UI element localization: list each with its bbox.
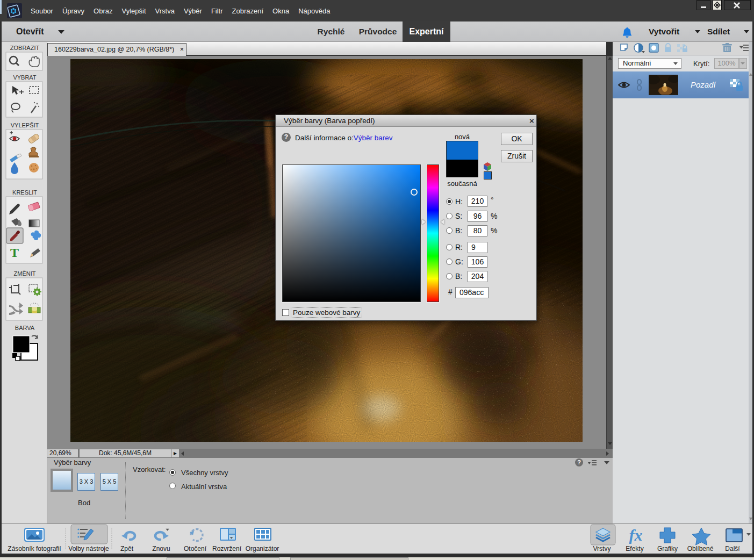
svg-text:VYBRAT: VYBRAT (13, 74, 36, 81)
svg-text:ZMĚNIT: ZMĚNIT (14, 270, 36, 277)
svg-text:ZOBRAZIT: ZOBRAZIT (10, 45, 40, 51)
svg-text:KRESLIT: KRESLIT (12, 189, 37, 196)
svg-text:fx: fx (629, 526, 643, 544)
svg-text:T: T (10, 246, 19, 260)
svg-text:VYLEPŠIT: VYLEPŠIT (11, 122, 39, 128)
svg-text:BARVA: BARVA (15, 325, 35, 331)
